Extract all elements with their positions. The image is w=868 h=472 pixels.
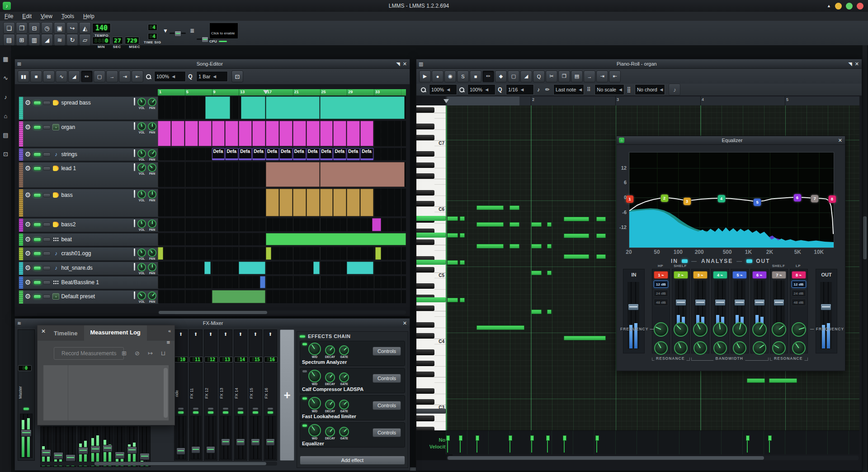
pattern-segment[interactable] bbox=[198, 121, 212, 146]
vol-knob[interactable] bbox=[137, 291, 146, 300]
vol-knob[interactable] bbox=[137, 219, 146, 228]
open-project-button[interactable]: ⊟ bbox=[28, 22, 40, 34]
note-length-select[interactable]: Last note◀ bbox=[553, 84, 584, 95]
black-key[interactable] bbox=[416, 239, 434, 245]
pattern-segment[interactable] bbox=[239, 121, 252, 146]
note[interactable] bbox=[531, 222, 542, 227]
pattern-segment[interactable] bbox=[347, 262, 373, 274]
frequency-knob[interactable] bbox=[772, 322, 786, 337]
note[interactable] bbox=[547, 222, 552, 227]
timeline-loop-button[interactable]: → bbox=[106, 71, 118, 82]
fader-handle[interactable] bbox=[715, 299, 726, 306]
effect-led[interactable] bbox=[302, 424, 307, 427]
velocity-bar[interactable] bbox=[747, 435, 748, 453]
black-key[interactable] bbox=[416, 124, 434, 129]
black-key[interactable] bbox=[416, 322, 434, 328]
band-button-7[interactable]: 7 ⌁ bbox=[772, 271, 786, 279]
note[interactable] bbox=[460, 298, 465, 302]
mute-led[interactable] bbox=[33, 125, 41, 129]
measurement-table[interactable] bbox=[43, 365, 169, 420]
fader-handle[interactable] bbox=[191, 446, 200, 453]
scroll-thumb[interactable] bbox=[159, 311, 267, 314]
pattern-segment[interactable] bbox=[307, 189, 320, 216]
fader-handle[interactable] bbox=[127, 447, 137, 454]
pattern-segment[interactable] bbox=[212, 121, 225, 146]
pan-knob[interactable] bbox=[148, 248, 156, 257]
fader-handle[interactable] bbox=[53, 452, 63, 459]
sidebar-instruments-icon[interactable]: ▦ bbox=[0, 53, 11, 64]
gate-knob[interactable] bbox=[339, 372, 349, 382]
frequency-knob[interactable] bbox=[732, 322, 747, 337]
record-measurements-button[interactable]: Record Measurements bbox=[54, 347, 124, 360]
pattern-segment[interactable] bbox=[375, 247, 381, 260]
pattern-segment[interactable] bbox=[313, 262, 320, 274]
edit-mode-button[interactable]: ▢ bbox=[94, 71, 105, 82]
frequency-knob[interactable] bbox=[713, 322, 727, 337]
pan-knob[interactable] bbox=[148, 219, 156, 228]
track-grip[interactable] bbox=[19, 291, 23, 304]
solo-led[interactable] bbox=[43, 193, 51, 197]
export-project-button[interactable]: ↪ bbox=[66, 22, 78, 34]
track-grip[interactable] bbox=[19, 277, 23, 289]
note[interactable] bbox=[547, 244, 552, 248]
track-head-hot-snare-ds[interactable]: ⚙♪hot_snare.dsVOLPAN bbox=[19, 262, 159, 275]
pattern-segment[interactable] bbox=[266, 189, 279, 216]
note[interactable] bbox=[547, 271, 552, 275]
resonance-knob[interactable] bbox=[674, 341, 688, 355]
pattern-segment[interactable] bbox=[347, 189, 360, 216]
black-key[interactable] bbox=[416, 415, 434, 421]
solo-led[interactable] bbox=[43, 281, 51, 285]
spin-arrow-icon[interactable]: ◀ bbox=[172, 74, 175, 79]
song-playhead[interactable] bbox=[263, 90, 269, 94]
add-bb-track-button[interactable]: ⊞ bbox=[43, 71, 55, 82]
close-button[interactable] bbox=[857, 3, 863, 10]
gear-icon[interactable]: ⚙ bbox=[25, 150, 31, 158]
mute-led[interactable] bbox=[33, 101, 41, 105]
pattern-segment[interactable] bbox=[266, 233, 406, 245]
black-key[interactable] bbox=[416, 201, 434, 206]
note[interactable] bbox=[564, 217, 589, 221]
track-head-bass[interactable]: ⚙bassVOLPAN bbox=[19, 189, 159, 217]
track-lane[interactable] bbox=[158, 121, 406, 146]
channel-fader-partial[interactable] bbox=[52, 426, 64, 467]
pan-knob[interactable] bbox=[148, 122, 156, 131]
pattern-segment[interactable] bbox=[347, 121, 360, 146]
sidebar-root-directory-icon[interactable]: ▤ bbox=[0, 129, 11, 140]
scale-select[interactable]: No scale◀ bbox=[594, 84, 624, 95]
channel-fader[interactable] bbox=[235, 416, 246, 459]
note[interactable] bbox=[596, 254, 606, 259]
pattern-segment[interactable]: Defa bbox=[239, 148, 252, 160]
note[interactable] bbox=[564, 254, 589, 259]
mute-led[interactable] bbox=[33, 295, 41, 299]
spin-arrow-icon[interactable]: ◀ bbox=[447, 87, 450, 92]
drag-behaviour-button[interactable]: ⊡ bbox=[231, 71, 243, 82]
fader-handle[interactable] bbox=[236, 439, 245, 446]
pattern-segment[interactable] bbox=[204, 262, 211, 274]
track-head-default-preset[interactable]: ⚙≈Default presetVOLPAN bbox=[19, 290, 159, 304]
note[interactable] bbox=[509, 205, 519, 210]
send-arrow-icon[interactable]: ⬆ bbox=[204, 332, 217, 337]
chord-select[interactable]: No chord◀ bbox=[635, 84, 665, 95]
black-key[interactable] bbox=[416, 151, 434, 157]
add-channel-button[interactable]: + bbox=[280, 329, 294, 461]
frequency-knob[interactable] bbox=[674, 322, 688, 337]
track-grip[interactable] bbox=[19, 148, 23, 161]
spin-arrow-icon[interactable]: ◀ bbox=[520, 87, 524, 92]
fader-handle[interactable] bbox=[206, 446, 215, 453]
collapse-icon[interactable]: « bbox=[168, 328, 171, 334]
track-head-spread-bass[interactable]: ⚙spread bassVOLPAN bbox=[19, 96, 159, 120]
solo-led[interactable] bbox=[43, 266, 51, 270]
decay-knob[interactable] bbox=[325, 345, 335, 355]
new-from-template-button[interactable]: ❐ bbox=[16, 22, 28, 34]
master-fader[interactable] bbox=[20, 414, 33, 458]
decay-knob[interactable] bbox=[325, 427, 335, 437]
track-lane[interactable] bbox=[158, 247, 406, 260]
db-rolloff-48dB[interactable]: 48 dB bbox=[654, 299, 668, 306]
fader-handle[interactable] bbox=[41, 449, 51, 457]
automation-editor-button[interactable]: ◢ bbox=[41, 34, 53, 46]
fader-handle[interactable] bbox=[251, 439, 260, 446]
spin-arrow-icon[interactable]: ◀ bbox=[579, 87, 582, 92]
pattern-segment[interactable] bbox=[266, 121, 279, 146]
song-editor-button[interactable]: ▤ bbox=[3, 34, 15, 46]
sidebar-samples-icon[interactable]: ∿ bbox=[0, 72, 11, 83]
